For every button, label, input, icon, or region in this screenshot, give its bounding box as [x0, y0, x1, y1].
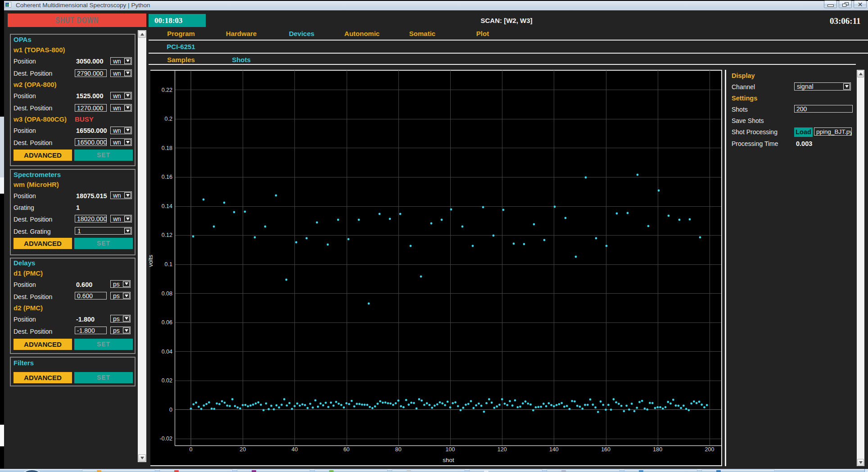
- svg-text:volts: volts: [147, 254, 154, 267]
- svg-text:0.14: 0.14: [162, 203, 172, 209]
- svg-text:0: 0: [190, 446, 193, 453]
- svg-text:20: 20: [240, 446, 246, 453]
- svg-text:120: 120: [497, 446, 507, 453]
- svg-text:140: 140: [549, 446, 559, 453]
- svg-text:0.06: 0.06: [162, 319, 172, 326]
- svg-text:0.18: 0.18: [162, 145, 172, 151]
- svg-text:160: 160: [601, 446, 610, 453]
- svg-text:0.02: 0.02: [162, 377, 172, 384]
- svg-text:0.16: 0.16: [162, 174, 172, 180]
- svg-text:0.04: 0.04: [162, 349, 172, 355]
- svg-text:0.12: 0.12: [162, 232, 172, 238]
- svg-text:60: 60: [344, 446, 350, 453]
- svg-text:200: 200: [705, 446, 714, 453]
- svg-text:0.2: 0.2: [165, 116, 172, 122]
- svg-text:80: 80: [395, 446, 402, 453]
- svg-text:40: 40: [291, 446, 298, 453]
- svg-text:0.1: 0.1: [165, 261, 172, 268]
- svg-text:shot: shot: [443, 457, 454, 463]
- svg-text:-0.02: -0.02: [160, 436, 173, 442]
- svg-text:0.08: 0.08: [162, 290, 172, 297]
- svg-text:0: 0: [169, 407, 172, 413]
- svg-text:0.22: 0.22: [162, 87, 172, 93]
- svg-text:100: 100: [446, 446, 455, 453]
- svg-text:180: 180: [653, 446, 662, 453]
